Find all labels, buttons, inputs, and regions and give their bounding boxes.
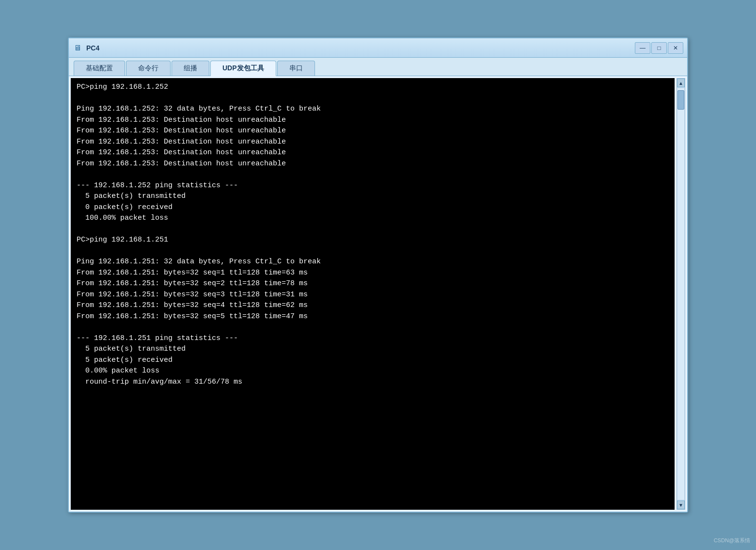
scrollbar: ▲ ▼ <box>677 78 685 510</box>
tab-multicast[interactable]: 组播 <box>172 61 209 76</box>
minimize-button[interactable]: — <box>635 42 650 54</box>
main-window: 🖥 PC4 — □ ✕ 基础配置 命令行 组播 UDP发包工具 串口 PC>pi… <box>68 37 688 513</box>
close-button[interactable]: ✕ <box>668 42 683 54</box>
watermark: CSDN@落系情 <box>714 537 750 544</box>
scroll-thumb[interactable] <box>677 90 684 110</box>
title-bar: 🖥 PC4 — □ ✕ <box>69 38 687 58</box>
window-icon: 🖥 <box>73 43 82 53</box>
content-area: PC>ping 192.168.1.252 Ping 192.168.1.252… <box>69 76 687 512</box>
tab-cmd[interactable]: 命令行 <box>126 61 171 76</box>
scroll-up-button[interactable]: ▲ <box>677 79 685 87</box>
window-title: PC4 <box>86 44 635 52</box>
tab-basic[interactable]: 基础配置 <box>74 61 125 76</box>
scroll-track[interactable] <box>677 88 684 500</box>
tab-udp[interactable]: UDP发包工具 <box>210 61 276 76</box>
tab-bar: 基础配置 命令行 组播 UDP发包工具 串口 <box>69 58 687 76</box>
window-controls: — □ ✕ <box>635 42 683 54</box>
tab-serial[interactable]: 串口 <box>277 61 315 76</box>
terminal-output[interactable]: PC>ping 192.168.1.252 Ping 192.168.1.252… <box>71 78 675 510</box>
maximize-button[interactable]: □ <box>651 42 667 54</box>
scroll-down-button[interactable]: ▼ <box>677 501 685 509</box>
